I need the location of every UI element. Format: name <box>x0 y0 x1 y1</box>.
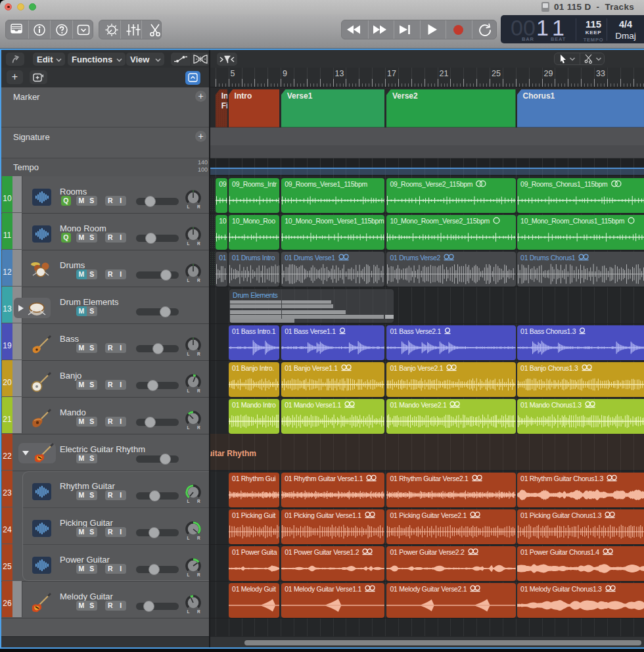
svg-text:R: R <box>197 536 200 540</box>
svg-text:R: R <box>197 499 200 503</box>
svg-text:R: R <box>197 425 200 430</box>
svg-text:R: R <box>197 204 200 209</box>
svg-text:R: R <box>197 609 200 614</box>
svg-text:R: R <box>197 241 200 246</box>
svg-text:R: R <box>197 388 200 393</box>
svg-text:R: R <box>197 572 200 577</box>
svg-text:L: L <box>187 352 190 356</box>
svg-text:L: L <box>187 499 190 503</box>
svg-text:L: L <box>187 204 190 209</box>
svg-text:L: L <box>187 388 190 393</box>
svg-text:R: R <box>197 278 200 283</box>
svg-text:L: L <box>187 609 190 614</box>
svg-text:R: R <box>197 352 200 356</box>
svg-text:L: L <box>187 278 190 283</box>
svg-text:L: L <box>187 536 190 540</box>
svg-text:L: L <box>187 425 190 430</box>
svg-text:L: L <box>187 241 190 246</box>
svg-text:L: L <box>187 572 190 577</box>
